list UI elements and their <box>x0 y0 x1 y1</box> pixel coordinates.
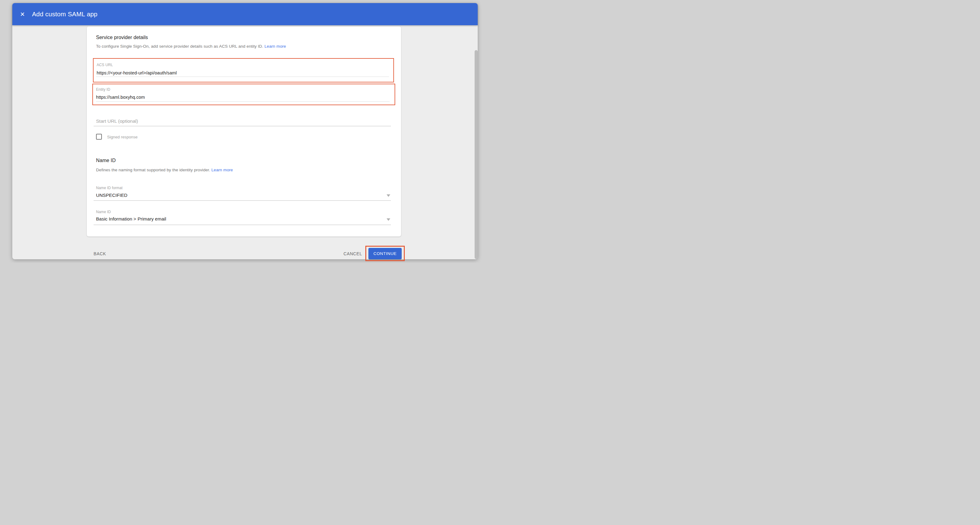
name-id-underline <box>94 225 391 225</box>
scrollbar-thumb[interactable] <box>475 50 478 259</box>
name-id-value[interactable]: Basic Information > Primary email <box>96 216 166 221</box>
signed-response-checkbox[interactable] <box>96 134 102 140</box>
entity-id-field[interactable]: Entity ID https://saml.boxyhq.com <box>93 84 395 105</box>
cancel-button[interactable]: CANCEL <box>344 248 362 259</box>
entity-id-underline <box>96 102 390 102</box>
name-id-format-underline <box>94 200 391 201</box>
name-id-format-label: Name ID format <box>96 186 123 190</box>
add-custom-saml-app-dialog: ✕ Add custom SAML app Service provider d… <box>12 3 478 259</box>
dialog-header: ✕ Add custom SAML app <box>12 3 478 25</box>
acs-url-highlight: ACS URL https://<your-hosted-url>/api/oa… <box>93 58 394 82</box>
dialog-title: Add custom SAML app <box>32 3 97 25</box>
continue-button[interactable]: CONTINUE <box>368 248 402 259</box>
learn-more-link-sso[interactable]: Learn more <box>264 44 286 49</box>
service-provider-description: To configure Single Sign-On, add service… <box>96 44 286 49</box>
start-url-underline <box>94 126 391 127</box>
name-id-heading: Name ID <box>96 158 116 163</box>
name-id-description: Defines the naming format supported by t… <box>96 168 233 172</box>
service-provider-card: Service provider details To configure Si… <box>87 27 401 236</box>
service-provider-description-text: To configure Single Sign-On, add service… <box>96 44 263 49</box>
acs-url-field[interactable]: ACS URL https://<your-hosted-url>/api/oa… <box>94 59 393 82</box>
chevron-down-icon[interactable] <box>387 194 390 197</box>
acs-url-label: ACS URL <box>97 63 113 67</box>
name-id-label: Name ID <box>96 210 111 214</box>
start-url-placeholder[interactable]: Start URL (optional) <box>96 118 138 124</box>
chevron-down-icon[interactable] <box>387 218 390 221</box>
acs-url-underline <box>96 76 389 77</box>
entity-id-label: Entity ID <box>96 87 110 92</box>
back-button[interactable]: BACK <box>94 248 106 259</box>
continue-button-highlight: CONTINUE <box>365 246 405 261</box>
close-icon[interactable]: ✕ <box>19 3 26 25</box>
entity-id-value[interactable]: https://saml.boxyhq.com <box>96 95 145 100</box>
name-id-format-value[interactable]: UNSPECIFIED <box>96 192 127 198</box>
acs-url-value[interactable]: https://<your-hosted-url>/api/oauth/saml <box>97 70 177 75</box>
signed-response-label: Signed response <box>107 135 138 139</box>
entity-id-highlight: Entity ID https://saml.boxyhq.com <box>92 84 395 105</box>
name-id-description-text: Defines the naming format supported by t… <box>96 168 210 172</box>
learn-more-link-nameid[interactable]: Learn more <box>212 168 233 172</box>
service-provider-heading: Service provider details <box>96 35 148 40</box>
